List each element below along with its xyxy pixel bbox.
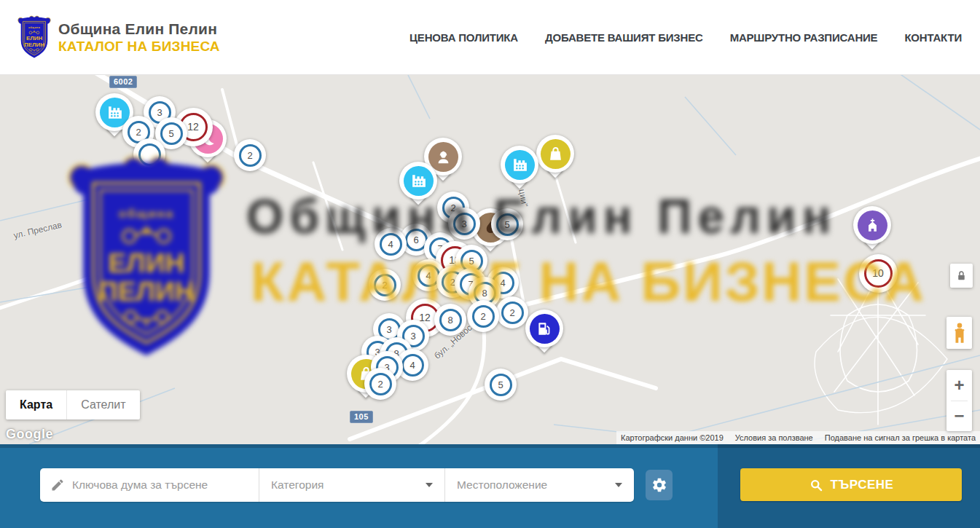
map-canvas[interactable]: 312252235647135104274282212833384325 600… (0, 75, 980, 444)
fuel-pin-marker[interactable] (525, 310, 564, 358)
nav-item-3[interactable]: МАРШРУТНО РАЗПИСАНИЕ (730, 31, 878, 44)
cluster-count: 2 (247, 150, 252, 161)
zoom-control: + − (946, 370, 972, 431)
search-bar-section: Категория Местоположение (0, 444, 980, 528)
nav-item-2[interactable]: ДОБАВЕТЕ ВАШИЯТ БИЗНЕС (545, 31, 703, 44)
lock-icon (955, 269, 968, 283)
site-header: Община Елин Пелин КАТАЛОГ НА БИЗНЕСА ЦЕН… (0, 0, 980, 75)
attribution-terms-link[interactable]: Условия за ползване (735, 433, 813, 442)
gear-icon (651, 477, 667, 493)
watermark-crest-icon (58, 151, 235, 367)
map-type-control: Карта Сателит (6, 390, 140, 419)
site-title: Община Елин Пелин (58, 20, 220, 38)
cluster-count: 5 (168, 128, 173, 139)
cluster-count: 4 (409, 360, 415, 371)
church-pin-marker[interactable] (852, 206, 892, 254)
location-select[interactable]: Местоположение (444, 468, 634, 502)
cluster-count: 3 (410, 331, 415, 342)
site-subtitle: КАТАЛОГ НА БИЗНЕСА (58, 39, 220, 55)
search-button[interactable]: ТЪРСЕНЕ (740, 468, 962, 501)
cluster-marker[interactable]: 2 (234, 139, 266, 171)
cluster-count: 2 (136, 127, 141, 138)
factory-icon (505, 150, 535, 180)
zoom-out-button[interactable]: − (946, 401, 972, 432)
attribution-report-link[interactable]: Подаване на сигнал за грешка в картата (825, 433, 976, 442)
cluster-marker[interactable]: 5 (485, 369, 517, 401)
lock-control[interactable] (950, 264, 973, 288)
search-fields-panel: Категория Местоположение (0, 444, 718, 528)
cluster-count: 8 (447, 315, 452, 326)
map-type-map-button[interactable]: Карта (6, 390, 66, 419)
search-action-panel: ТЪРСЕНЕ (718, 444, 980, 528)
map-attribution: Картографски данни ©2019 Условия за полз… (616, 431, 980, 444)
cluster-marker[interactable]: 2 (364, 368, 396, 400)
pegman-icon (952, 322, 968, 344)
watermark-subtitle: КАТАЛОГ НА БИЗНЕСА (251, 250, 926, 313)
fuel-icon (530, 314, 560, 344)
advanced-settings-button[interactable] (646, 470, 673, 500)
location-select-value: Местоположение (457, 478, 547, 492)
zoom-in-button[interactable]: + (946, 370, 972, 401)
keyword-field[interactable] (40, 468, 259, 502)
category-select-value: Категория (271, 478, 324, 492)
search-group: Категория Местоположение (40, 468, 634, 502)
main-nav: ЦЕНОВА ПОЛИТИКАДОБАВЕТЕ ВАШИЯТ БИЗНЕСМАР… (409, 0, 962, 75)
street-view-pegman[interactable] (946, 317, 972, 349)
bag-pin-marker[interactable] (536, 135, 575, 183)
cluster-count: 3 (157, 107, 162, 118)
chevron-down-icon (426, 483, 433, 487)
watermark-title: Община Елин Пелин (246, 189, 837, 244)
site-logo[interactable]: Община Елин Пелин КАТАЛОГ НА БИЗНЕСА (16, 15, 220, 60)
attribution-copyright: Картографски данни ©2019 (621, 433, 724, 442)
nav-item-1[interactable]: ЦЕНОВА ПОЛИТИКА (409, 31, 518, 44)
cluster-count: 5 (498, 379, 503, 390)
pencil-icon (50, 478, 65, 492)
search-icon (809, 478, 823, 492)
bag-icon (541, 139, 571, 169)
google-logo[interactable]: Google (6, 427, 53, 442)
page: Община Елин Пелин КАТАЛОГ НА БИЗНЕСА ЦЕН… (0, 0, 980, 528)
municipality-crest-icon (16, 15, 52, 60)
nav-item-4[interactable]: КОНТАКТИ (904, 31, 962, 44)
road-number-label: 105 (350, 411, 373, 423)
road-number-label: 6002 (109, 76, 137, 88)
cluster-count: 3 (386, 324, 391, 335)
factory-pin-marker[interactable] (500, 146, 539, 194)
cluster-count: 12 (187, 121, 199, 133)
chevron-down-icon (615, 483, 622, 487)
keyword-input[interactable] (72, 478, 248, 492)
cluster-count: 2 (377, 379, 383, 390)
category-select[interactable]: Категория (259, 468, 444, 502)
search-button-label: ТЪРСЕНЕ (831, 478, 894, 492)
map-type-satellite-button[interactable]: Сателит (66, 390, 139, 419)
church-icon (858, 210, 887, 240)
